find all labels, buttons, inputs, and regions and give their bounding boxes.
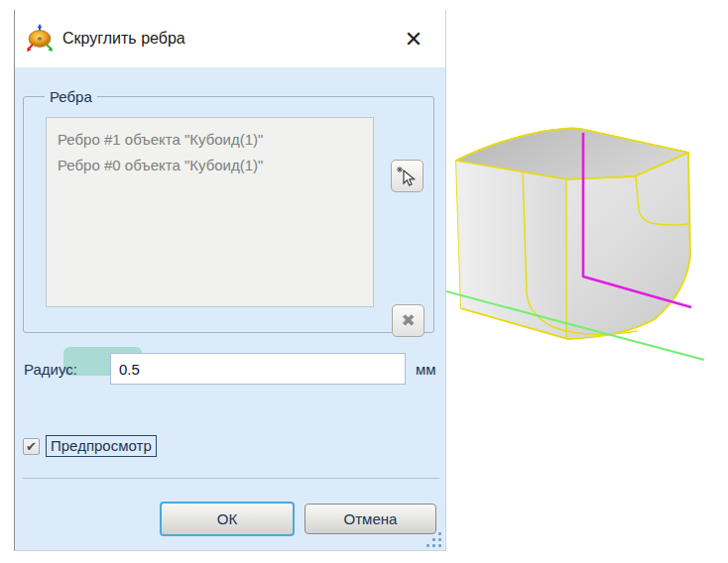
- footer-separator: [23, 478, 439, 479]
- edge-list-item[interactable]: Ребро #1 объекта "Кубоид(1)": [58, 127, 362, 153]
- screen: Скруглить ребра ✕ Ребра Ребро #1 объекта…: [0, 0, 728, 563]
- dialog-body: Ребра Ребро #1 объекта "Кубоид(1)" Ребро…: [15, 67, 445, 551]
- remove-icon: ✖: [401, 312, 415, 329]
- check-icon: ✔: [26, 440, 37, 453]
- dialog-titlebar[interactable]: Скруглить ребра ✕: [15, 10, 445, 67]
- edges-groupbox: Ребра Ребро #1 объекта "Кубоид(1)" Ребро…: [23, 96, 434, 333]
- ok-button[interactable]: ОК: [160, 502, 295, 536]
- filleted-cube-preview: [446, 79, 728, 396]
- edge-list-item[interactable]: Ребро #0 объекта "Кубоид(1)": [58, 153, 362, 178]
- preview-checkbox-label[interactable]: Предпросмотр: [46, 435, 157, 457]
- remove-edge-button[interactable]: ✖: [392, 304, 425, 337]
- radius-unit-label: мм: [416, 361, 436, 378]
- cancel-button[interactable]: Отмена: [304, 504, 436, 534]
- dialog-title: Скруглить ребра: [62, 30, 185, 48]
- radius-label: Радиус:: [24, 361, 77, 378]
- close-icon[interactable]: ✕: [400, 26, 427, 54]
- resize-grip[interactable]: [426, 532, 442, 548]
- preview-checkbox[interactable]: ✔: [23, 438, 40, 455]
- fillet-edges-dialog: Скруглить ребра ✕ Ребра Ребро #1 объекта…: [14, 10, 446, 551]
- edges-group-label: Ребра: [45, 88, 97, 105]
- viewport-3d[interactable]: [446, 79, 728, 396]
- preview-checkbox-row[interactable]: ✔ Предпросмотр: [23, 435, 157, 457]
- radius-input[interactable]: [110, 353, 406, 385]
- edge-list[interactable]: Ребро #1 объекта "Кубоид(1)" Ребро #0 об…: [46, 117, 374, 307]
- cursor-with-star-icon: [397, 166, 418, 186]
- navigation-orb-icon: [25, 24, 55, 54]
- add-selection-button[interactable]: [391, 160, 424, 192]
